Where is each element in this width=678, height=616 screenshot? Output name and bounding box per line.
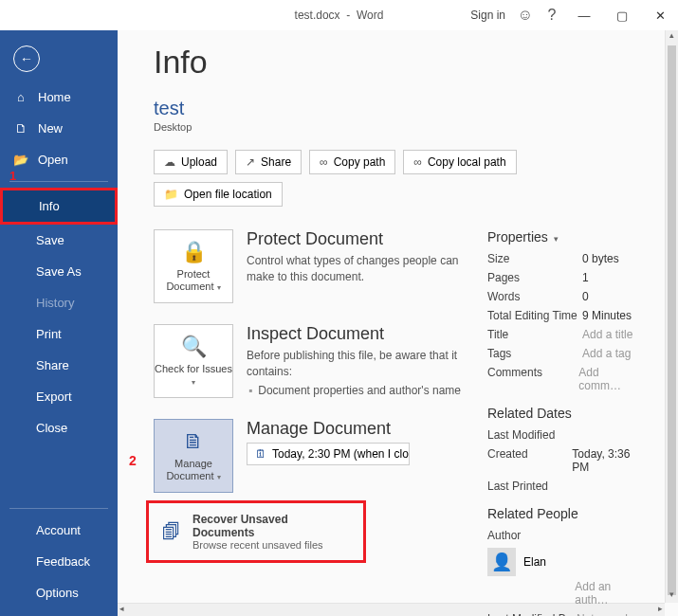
inspect-description: Before publishing this file, be aware th… [247, 348, 467, 380]
title-bar: test.docx - Word Sign in ☺ ? — ▢ ✕ [0, 0, 678, 30]
prop-key-comments: Comments [487, 366, 578, 392]
prop-val-time: 9 Minutes [582, 309, 632, 322]
avatar: 👤 [487, 548, 516, 576]
share-icon: ↗ [246, 155, 255, 169]
sidebar-item-account[interactable]: Account [0, 515, 118, 546]
copy-path-button[interactable]: ∞Copy path [309, 150, 395, 174]
prop-val-created: Today, 3:36 PM [572, 447, 642, 474]
document-title: test [154, 98, 642, 119]
chevron-down-icon: ▾ [554, 234, 559, 244]
related-dates-heading: Related Dates [487, 406, 642, 421]
profile-icon[interactable]: ☺ [519, 9, 532, 22]
sidebar-item-print[interactable]: Print [0, 318, 118, 350]
protect-document-button[interactable]: 🔒 Protect Document ▾ [154, 229, 233, 303]
folder-icon: 📁 [164, 188, 178, 201]
prop-val-tags[interactable]: Add a tag [582, 347, 631, 360]
prop-key-lastprint: Last Printed [487, 480, 582, 493]
prop-val-words: 0 [582, 290, 589, 303]
sidebar-item-close[interactable]: Close [0, 412, 118, 444]
manage-heading: Manage Document [247, 419, 467, 439]
sidebar-item-open[interactable]: 📂Open [0, 144, 118, 175]
open-file-location-button[interactable]: 📁Open file location [154, 182, 283, 207]
sidebar-separator [9, 181, 108, 182]
share-button[interactable]: ↗Share [235, 150, 302, 174]
link-icon: ∞ [320, 155, 328, 169]
prop-key-author: Author [487, 529, 582, 542]
scroll-down-arrow[interactable]: ▾ [666, 589, 678, 603]
sidebar-item-options[interactable]: Options [0, 577, 118, 608]
signin-link[interactable]: Sign in [470, 9, 505, 22]
prop-key-pages: Pages [487, 271, 582, 284]
chevron-down-icon: ▾ [192, 378, 195, 387]
scrollbar-thumb[interactable] [668, 45, 676, 595]
sidebar-item-new[interactable]: 🗋New [0, 113, 118, 144]
prop-key-lastmod: Last Modified [487, 428, 582, 442]
prop-val-size: 0 bytes [582, 252, 619, 265]
manage-document-button[interactable]: 🗎 Manage Document ▾ [154, 419, 233, 493]
sidebar-separator [9, 508, 108, 509]
annotation-2: 2 [129, 453, 137, 468]
prop-key-words: Words [487, 290, 582, 303]
vertical-scrollbar[interactable]: ▴ ▾ [665, 30, 678, 603]
page-heading: Info [154, 44, 642, 81]
back-button[interactable]: ← [13, 45, 40, 72]
sidebar-item-history: History [0, 287, 118, 318]
sidebar-item-export[interactable]: Export [0, 381, 118, 412]
recover-subtitle: Browse recent unsaved files [192, 539, 350, 551]
sidebar-item-info[interactable]: Info [0, 188, 118, 225]
prop-key-title: Title [487, 328, 582, 341]
related-people-heading: Related People [487, 506, 642, 521]
chevron-down-icon: ▾ [217, 473, 221, 481]
help-icon[interactable]: ? [545, 9, 559, 22]
author-name: Elan [523, 555, 546, 569]
minimize-button[interactable]: — [572, 9, 596, 23]
recovery-entry[interactable]: 🗓 Today, 2:30 PM (when I closed… [247, 443, 410, 465]
close-window-button[interactable]: ✕ [648, 9, 672, 23]
main-panel: ▴ ▾ ◂ ▸ Info test Desktop ☁Upload ↗Share… [118, 30, 678, 616]
scroll-left-arrow[interactable]: ◂ [119, 604, 124, 613]
maximize-button[interactable]: ▢ [610, 9, 634, 23]
prop-key-created: Created [487, 447, 572, 474]
sidebar-item-share[interactable]: Share [0, 350, 118, 381]
document-location: Desktop [154, 121, 642, 133]
prop-val-comments[interactable]: Add comm… [578, 366, 642, 392]
document-icon: 🗎 [183, 429, 204, 454]
new-icon: 🗋 [13, 121, 28, 136]
scroll-right-arrow[interactable]: ▸ [658, 604, 663, 613]
calendar-icon: 🗓 [255, 447, 266, 461]
upload-button[interactable]: ☁Upload [154, 150, 228, 174]
prop-key-time: Total Editing Time [487, 309, 582, 322]
protect-heading: Protect Document [247, 229, 467, 249]
recover-title: Recover Unsaved Documents [192, 513, 350, 539]
inspect-heading: Inspect Document [247, 324, 467, 344]
inspect-icon: 🔍 [181, 335, 207, 359]
copy-local-path-button[interactable]: ∞Copy local path [403, 150, 516, 174]
recover-icon: 🗐 [162, 521, 181, 543]
backstage-sidebar: ← ⌂Home 🗋New 📂Open Info Save Save As His… [0, 0, 118, 616]
window-title: test.docx - Word [295, 9, 384, 22]
protect-description: Control what types of changes people can… [247, 253, 467, 285]
sidebar-item-saveas[interactable]: Save As [0, 256, 118, 287]
lock-icon: 🔒 [181, 240, 207, 264]
scroll-up-arrow[interactable]: ▴ [666, 30, 678, 44]
link-icon: ∞ [413, 155, 422, 169]
sidebar-item-home[interactable]: ⌂Home [0, 82, 118, 113]
upload-icon: ☁ [164, 155, 175, 169]
chevron-down-icon: ▾ [217, 283, 221, 292]
home-icon: ⌂ [13, 90, 28, 104]
prop-key-size: Size [487, 252, 582, 265]
recover-unsaved-option[interactable]: 🗐 Recover Unsaved Documents Browse recen… [146, 500, 366, 563]
prop-val-pages: 1 [582, 271, 589, 284]
add-author[interactable]: Add an auth… [575, 580, 642, 607]
sidebar-item-save[interactable]: Save [0, 225, 118, 256]
prop-key-lastmodby: Last Modified By [487, 612, 577, 616]
sidebar-item-feedback[interactable]: Feedback [0, 546, 118, 577]
prop-key-tags: Tags [487, 347, 582, 360]
inspect-item: Document properties and author's name [262, 384, 467, 397]
prop-val-title[interactable]: Add a title [582, 328, 632, 341]
check-issues-button[interactable]: 🔍 Check for Issues ▾ [154, 324, 233, 398]
prop-val-lastmodby: Not saved yet [577, 612, 642, 616]
open-icon: 📂 [13, 153, 28, 167]
properties-heading[interactable]: Properties ▾ [487, 229, 642, 245]
annotation-1: 1 [9, 169, 16, 183]
